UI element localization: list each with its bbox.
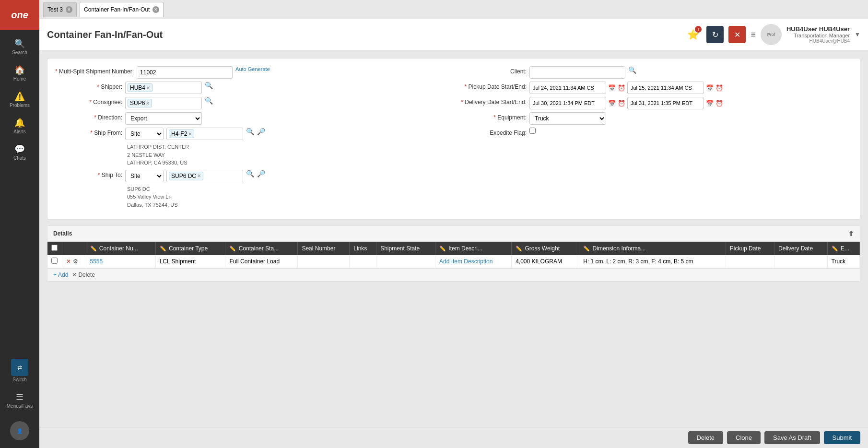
- row-actions: ✕ ⚙: [66, 258, 82, 265]
- refresh-button[interactable]: ↻: [706, 26, 724, 43]
- equipment-row: * Equipment: Truck: [459, 112, 852, 125]
- ship-to-tag-input[interactable]: SUP6 DC ✕: [166, 170, 243, 182]
- row-delete-icon[interactable]: ✕: [66, 258, 71, 265]
- expedite-flag-checkbox[interactable]: [529, 128, 536, 134]
- delivery-date-end-input[interactable]: [627, 97, 704, 109]
- save-draft-button[interactable]: Save As Draft: [764, 431, 820, 444]
- col-pickup-date-label: Pickup Date: [730, 245, 761, 252]
- direction-row: * Direction: Export: [55, 112, 448, 125]
- edit-icon: ✏️: [160, 246, 166, 251]
- pickup-date-start-time-icon[interactable]: ⏰: [618, 84, 625, 92]
- auto-generate-link[interactable]: Auto Generate: [235, 66, 270, 72]
- add-row-button[interactable]: + Add: [53, 271, 68, 278]
- consignee-tag-remove[interactable]: ✕: [146, 101, 150, 106]
- sidebar-item-switch[interactable]: ⇄ Switch: [0, 354, 39, 387]
- delivery-date-start-calendar-icon[interactable]: 📅: [608, 100, 616, 107]
- col-links-header: Links: [350, 242, 376, 255]
- bell-icon: 🔔: [14, 118, 25, 128]
- ship-from-tag-remove[interactable]: ✕: [188, 131, 192, 137]
- search-icon: 🔍: [14, 38, 25, 49]
- direction-select[interactable]: Export: [125, 112, 202, 125]
- page-content: * Multi-Split Shipment Number: Auto Gene…: [39, 50, 868, 427]
- delivery-date-end-time-icon[interactable]: ⏰: [716, 100, 723, 107]
- clone-button[interactable]: Clone: [727, 431, 761, 444]
- notifications-button[interactable]: ⭐ !: [684, 26, 702, 43]
- ship-from-type-select[interactable]: Site: [125, 128, 164, 140]
- multi-split-input[interactable]: [137, 66, 233, 79]
- shipper-search-icon[interactable]: 🔍: [205, 82, 213, 89]
- select-all-checkbox[interactable]: [51, 245, 58, 251]
- tab-fanout[interactable]: Container Fan-In/Fan-Out ✕: [80, 2, 164, 17]
- client-search-icon[interactable]: 🔍: [628, 66, 636, 74]
- delivery-date-start-input[interactable]: [529, 97, 606, 109]
- tab-test3[interactable]: Test 3 ✕: [43, 2, 77, 17]
- user-role: Transportation Manager: [786, 33, 850, 38]
- sidebar-item-label: Chats: [13, 155, 26, 161]
- container-num-link[interactable]: 5555: [90, 258, 103, 265]
- sidebar-logo[interactable]: one: [0, 0, 39, 30]
- delivery-date-end-calendar-icon[interactable]: 📅: [706, 100, 714, 107]
- user-avatar-bottom[interactable]: 👤: [10, 421, 29, 440]
- tab-close-fanout[interactable]: ✕: [152, 6, 159, 13]
- pickup-date-start-input[interactable]: [529, 82, 606, 94]
- tab-close-test3[interactable]: ✕: [66, 6, 72, 13]
- ship-to-tag-value: SUP6 DC: [171, 173, 196, 179]
- delivery-date-start-time-icon[interactable]: ⏰: [618, 100, 625, 107]
- ship-from-search2-icon[interactable]: 🔎: [257, 128, 265, 135]
- row-settings-icon[interactable]: ⚙: [73, 258, 78, 265]
- shipper-tag-remove[interactable]: ✕: [146, 85, 150, 91]
- consignee-search-icon[interactable]: 🔍: [205, 97, 213, 105]
- col-container-status-label: Container Sta...: [239, 245, 279, 252]
- sidebar: one 🔍 Search 🏠 Home ⚠️ Problems 🔔 Alerts…: [0, 0, 39, 448]
- multi-split-row: * Multi-Split Shipment Number: Auto Gene…: [55, 66, 448, 79]
- sidebar-item-home[interactable]: 🏠 Home: [0, 60, 39, 86]
- ship-to-type-select[interactable]: Site: [125, 170, 164, 182]
- ship-to-tag-remove[interactable]: ✕: [197, 173, 201, 178]
- details-collapse-icon[interactable]: ⬆: [848, 230, 854, 237]
- plus-icon: +: [53, 271, 57, 278]
- col-equipment-label: E...: [841, 245, 849, 252]
- sidebar-item-label: Alerts: [13, 129, 26, 134]
- sidebar-item-chats[interactable]: 💬 Chats: [0, 139, 39, 165]
- tab-bar: Test 3 ✕ Container Fan-In/Fan-Out ✕: [39, 0, 868, 19]
- sidebar-item-menus[interactable]: ☰ Menus/Favs: [0, 387, 39, 413]
- delete-row-button[interactable]: ✕ Delete: [72, 271, 95, 278]
- ship-from-tag-input[interactable]: H4-F2 ✕: [166, 128, 243, 140]
- pickup-date-end-input[interactable]: [627, 82, 704, 94]
- sidebar-item-problems[interactable]: ⚠️ Problems: [0, 86, 39, 113]
- ship-to-search-icon[interactable]: 🔍: [246, 170, 254, 177]
- form-right-col: Client: 🔍 * Pickup Date Start/End: 📅 ⏰ 📅: [459, 66, 852, 212]
- user-dropdown-arrow[interactable]: ▼: [855, 31, 860, 38]
- row-select-checkbox[interactable]: [51, 258, 58, 264]
- sidebar-item-alerts[interactable]: 🔔 Alerts: [0, 113, 39, 139]
- col-container-num-label: Container Nu...: [99, 245, 138, 252]
- row-links-cell: [350, 255, 376, 268]
- ship-from-search-icon[interactable]: 🔍: [246, 128, 254, 135]
- close-button[interactable]: ✕: [728, 26, 746, 43]
- add-label: Add: [58, 271, 68, 278]
- switch-icon: ⇄: [17, 364, 22, 371]
- page-header: Container Fan-In/Fan-Out ⭐ ! ↻ ✕ ≡ Prof …: [39, 19, 868, 50]
- shipper-tag-input[interactable]: HUB4 ✕: [125, 82, 202, 94]
- user-name: HUB4User HUB4User: [786, 25, 850, 33]
- submit-button[interactable]: Submit: [824, 431, 860, 444]
- pickup-date-end-calendar-icon[interactable]: 📅: [706, 84, 714, 92]
- delete-button[interactable]: Delete: [688, 431, 724, 444]
- item-desc-link[interactable]: Add Item Description: [439, 258, 493, 265]
- col-container-type-header: ✏️ Container Type: [155, 242, 225, 255]
- ship-to-search2-icon[interactable]: 🔎: [257, 170, 265, 177]
- consignee-label: * Consignee:: [55, 97, 122, 106]
- pickup-date-start-calendar-icon[interactable]: 📅: [608, 84, 616, 92]
- client-input[interactable]: [529, 66, 625, 79]
- equipment-select[interactable]: Truck: [529, 112, 606, 125]
- form-left-col: * Multi-Split Shipment Number: Auto Gene…: [55, 66, 448, 212]
- pickup-date-end-time-icon[interactable]: ⏰: [716, 84, 723, 92]
- menu-lines-icon[interactable]: ≡: [751, 30, 756, 40]
- notification-badge: !: [695, 26, 702, 33]
- consignee-tag-input[interactable]: SUP6 ✕: [125, 97, 202, 109]
- sidebar-item-search[interactable]: 🔍 Search: [0, 34, 39, 60]
- details-table: ✏️ Container Nu... ✏️ Container Type ✏️ …: [47, 242, 860, 268]
- sidebar-item-label: Search: [12, 50, 27, 55]
- row-pickup-date-cell: [726, 255, 774, 268]
- consignee-tag: SUP6 ✕: [128, 99, 152, 107]
